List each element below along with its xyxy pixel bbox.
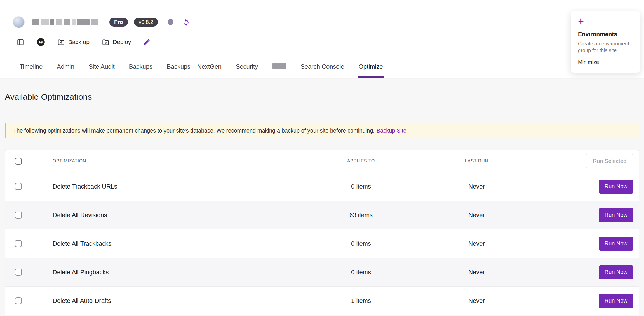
run-now-button[interactable]: Run Now — [599, 180, 633, 194]
redacted-block — [50, 19, 54, 25]
run-now-button[interactable]: Run Now — [599, 265, 633, 279]
wp-admin-button[interactable]: W — [37, 38, 45, 46]
run-now-button[interactable]: Run Now — [599, 208, 633, 222]
optimization-name: Delete All Trackbacks — [43, 240, 303, 247]
redacted-block — [72, 19, 76, 25]
deploy-icon — [102, 38, 109, 46]
table-row: Delete All Auto-Drafts 1 items Never Run… — [5, 286, 639, 315]
applies-to-value: 0 items — [303, 240, 419, 247]
row-checkbox[interactable] — [15, 297, 22, 304]
plus-icon[interactable]: + — [578, 17, 587, 26]
table-row: Delete All Pingbacks 0 items Never Run N… — [5, 258, 639, 286]
table-header-row: OPTIMIZATION APPLIES TO LAST RUN Run Sel… — [5, 150, 639, 172]
redacted-block — [272, 63, 286, 69]
tab-backups[interactable]: Backups — [128, 63, 153, 78]
run-selected-button[interactable]: Run Selected — [586, 154, 633, 168]
last-run-value: Never — [419, 183, 534, 190]
optimization-name: Delete All Revisions — [43, 212, 303, 219]
table-row: Delete Trackback URLs 0 items Never Run … — [5, 172, 639, 201]
redacted-block — [41, 19, 49, 25]
column-header-last-run: LAST RUN — [419, 159, 534, 164]
run-now-button[interactable]: Run Now — [599, 294, 633, 308]
edit-note-button[interactable] — [143, 38, 151, 46]
table-row: Delete All Revisions 63 items Never Run … — [5, 201, 639, 229]
site-name-redacted — [32, 19, 98, 25]
environments-panel: + Environments Create an environment gro… — [571, 11, 640, 73]
row-checkbox[interactable] — [15, 269, 22, 276]
backup-button-label: Back up — [68, 39, 90, 45]
site-favicon — [13, 16, 25, 28]
table-row: Delete All Trackbacks 0 items Never Run … — [5, 229, 639, 258]
redacted-block — [77, 19, 90, 25]
deploy-button-label: Deploy — [113, 39, 131, 45]
tab-security[interactable]: Security — [235, 63, 258, 78]
select-all-checkbox[interactable] — [15, 158, 22, 165]
row-checkbox[interactable] — [15, 240, 22, 247]
column-header-optimization: OPTIMIZATION — [43, 159, 303, 164]
tab-timeline[interactable]: Timeline — [19, 63, 43, 78]
redacted-block — [32, 19, 39, 25]
backup-button[interactable]: Back up — [57, 38, 90, 46]
sync-icon[interactable] — [182, 18, 190, 26]
page-title: Available Optimizations — [5, 92, 639, 102]
notice-text: The following optimizations will make pe… — [13, 127, 375, 134]
wordpress-icon: W — [37, 38, 45, 46]
optimization-name: Delete All Auto-Drafts — [43, 297, 303, 305]
environments-title: Environments — [578, 31, 633, 38]
backup-site-link[interactable]: Backup Site — [377, 127, 406, 134]
version-badge: v6.8.2 — [134, 18, 158, 27]
svg-text:W: W — [38, 39, 43, 45]
optimization-name: Delete Trackback URLs — [43, 183, 303, 190]
minimize-button[interactable]: Minimize — [578, 59, 633, 65]
tab-site-audit[interactable]: Site Audit — [88, 63, 115, 78]
shield-icon — [167, 18, 175, 26]
applies-to-value: 0 items — [303, 183, 419, 190]
last-run-value: Never — [419, 297, 534, 305]
tab-optimize[interactable]: Optimize — [358, 63, 384, 78]
layout-icon — [17, 38, 24, 46]
last-run-value: Never — [419, 212, 534, 219]
main-content: Available Optimizations The following op… — [0, 92, 644, 315]
last-run-value: Never — [419, 240, 534, 247]
backup-notice: The following optimizations will make pe… — [5, 123, 639, 138]
tab-redacted[interactable] — [272, 63, 287, 78]
run-now-button[interactable]: Run Now — [599, 237, 633, 251]
pencil-icon — [143, 38, 151, 46]
applies-to-value: 0 items — [303, 269, 419, 276]
applies-to-value: 63 items — [303, 212, 419, 219]
tab-search-console[interactable]: Search Console — [300, 63, 345, 78]
tab-backups-nextgen[interactable]: Backups – NextGen — [166, 63, 222, 78]
last-run-value: Never — [419, 269, 534, 276]
deploy-button[interactable]: Deploy — [102, 38, 131, 46]
row-checkbox[interactable] — [15, 212, 22, 219]
layout-toggle-button[interactable] — [17, 38, 24, 46]
site-identity-row: Pro v6.8.2 — [13, 16, 190, 28]
site-actions-row: W Back up Deploy — [17, 36, 151, 48]
environments-description: Create an environment group for this sit… — [578, 40, 633, 54]
optimizations-table: OPTIMIZATION APPLIES TO LAST RUN Run Sel… — [5, 150, 639, 315]
redacted-block — [56, 19, 62, 25]
tab-admin[interactable]: Admin — [56, 63, 75, 78]
column-header-applies-to: APPLIES TO — [303, 159, 419, 164]
site-header: Pro v6.8.2 W Back up Deploy Timeline Adm… — [0, 0, 644, 78]
redacted-block — [91, 19, 98, 25]
pro-badge: Pro — [109, 18, 128, 27]
row-checkbox[interactable] — [15, 183, 22, 190]
redacted-block — [64, 19, 70, 25]
tab-bar: Timeline Admin Site Audit Backups Backup… — [19, 63, 384, 78]
optimization-name: Delete All Pingbacks — [43, 269, 303, 276]
applies-to-value: 1 items — [303, 297, 419, 305]
backup-icon — [57, 38, 65, 46]
